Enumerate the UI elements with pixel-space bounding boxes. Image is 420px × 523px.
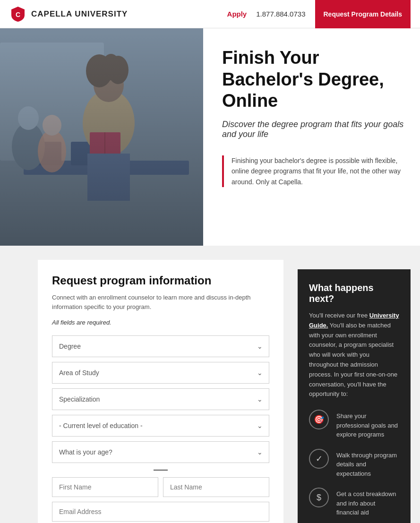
goals-icon: 🎯 [309,410,329,429]
svg-point-7 [83,90,135,156]
hero-illustration [0,28,203,246]
hero-subtitle: Discover the degree program that fits yo… [222,120,406,139]
next-item-details: ✓ Walk through program details and expec… [309,449,399,479]
what-happens-next-box: What happens next? You'll receive our fr… [298,269,411,523]
logo-text: Capella University [31,9,128,19]
site-header: C Capella University Apply 1.877.884.073… [0,0,420,28]
next-item-cost-text: Get a cost breakdown and info about fina… [336,488,399,517]
next-item-details-text: Walk through program details and expecta… [336,449,399,479]
hero-body: Finishing your bachelor's degree is poss… [231,155,406,187]
hero-image [0,28,203,246]
degree-select[interactable]: Degree [52,335,269,357]
svg-text:C: C [16,11,20,18]
svg-point-9 [86,54,112,87]
svg-point-8 [94,68,124,102]
specialization-select[interactable]: Specialization [52,388,269,410]
svg-point-16 [18,106,39,130]
logo-area: C Capella University [9,6,128,23]
capella-logo-icon: C [9,6,26,23]
education-level-wrapper: - Current level of education - ⌄ [52,415,269,437]
next-item-goals-text: Share your professional goals and explor… [336,410,399,439]
svg-point-11 [102,54,120,80]
age-select[interactable]: What is your age? [52,441,269,463]
svg-rect-3 [0,43,104,161]
svg-rect-2 [0,28,203,246]
hero-title: Finish Your Bachelor's Degree, Online [222,47,406,112]
svg-point-18 [43,115,61,136]
svg-rect-14 [87,154,130,201]
header-nav: Apply 1.877.884.0733 Request Program Det… [227,0,411,28]
right-panel: What happens next? You'll receive our fr… [283,246,420,523]
what-next-intro: You'll receive our free University Guide… [309,311,399,399]
age-wrapper: What is your age? ⌄ [52,441,269,463]
svg-point-15 [12,123,45,170]
form-divider [154,470,168,471]
area-of-study-wrapper: Area of Study ⌄ [52,362,269,384]
form-title: Request program information [52,274,269,287]
main-area: Request program information Connect with… [0,246,420,523]
specialization-wrapper: Specialization ⌄ [52,388,269,410]
svg-rect-6 [71,142,109,165]
hero-section: Finish Your Bachelor's Degree, Online Di… [0,28,420,246]
form-section: Request program information Connect with… [38,260,283,523]
hero-content: Finish Your Bachelor's Degree, Online Di… [203,28,420,246]
phone-number: 1.877.884.0733 [256,10,305,18]
next-item-goals: 🎯 Share your professional goals and expl… [309,410,399,439]
svg-rect-4 [24,161,189,175]
svg-rect-12 [90,132,120,156]
email-input[interactable] [52,502,269,522]
svg-rect-5 [24,142,61,165]
degree-wrapper: Degree ⌄ [52,335,269,357]
what-next-title: What happens next? [309,283,399,304]
form-description: Connect with an enrollment counselor to … [52,293,269,311]
next-item-cost: $ Get a cost breakdown and info about fi… [309,488,399,517]
cost-icon: $ [309,488,329,507]
svg-point-17 [38,130,66,172]
form-required-note: All fields are required. [52,319,269,326]
area-of-study-select[interactable]: Area of Study [52,362,269,384]
first-name-input[interactable] [52,477,158,497]
details-icon: ✓ [309,449,329,469]
last-name-input[interactable] [163,477,269,497]
education-level-select[interactable]: - Current level of education - [52,415,269,437]
request-details-button[interactable]: Request Program Details [315,0,411,28]
svg-point-10 [108,56,129,84]
apply-link[interactable]: Apply [227,10,247,18]
name-row [52,477,269,497]
hero-divider: Finishing your bachelor's degree is poss… [222,155,406,187]
